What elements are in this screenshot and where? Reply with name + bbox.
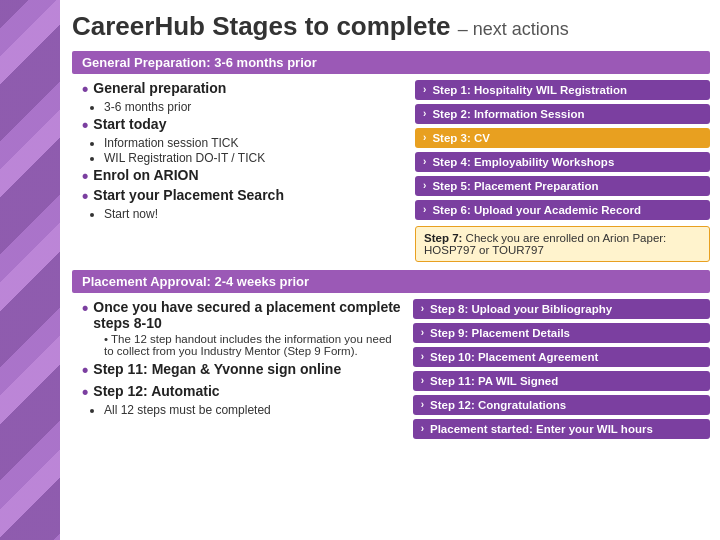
chevron-icon: › [423, 132, 426, 143]
sub-item: Start now! [104, 207, 398, 221]
decorative-diamonds [0, 0, 60, 540]
list-item: • General preparation 3-6 months prior [82, 80, 398, 114]
bullet-label: Start your Placement Search [93, 187, 284, 203]
chevron-icon: › [421, 327, 424, 338]
chevron-icon: › [423, 180, 426, 191]
list-item: • Step 12: Automatic All 12 steps must b… [82, 383, 401, 417]
bullet-label: Start today [93, 116, 166, 132]
bullet-label: General preparation [93, 80, 226, 96]
step4-button[interactable]: › Step 4: Employability Workshops [415, 152, 710, 172]
section1-left: • General preparation 3-6 months prior •… [72, 80, 403, 262]
step12-label: Step 12: Congratulations [430, 399, 566, 411]
step3-button[interactable]: › Step 3: CV [415, 128, 710, 148]
bullet-label: Step 12: Automatic [93, 383, 219, 399]
sub-item: WIL Registration DO-IT / TICK [104, 151, 398, 165]
step1-button[interactable]: › Step 1: Hospitality WIL Registration [415, 80, 710, 100]
chevron-icon: › [423, 204, 426, 215]
chevron-icon: › [423, 108, 426, 119]
section2-left: • Once you have secured a placement comp… [72, 299, 401, 439]
bullet-label: Step 11: Megan & Yvonne sign online [93, 361, 341, 377]
chevron-icon: › [423, 156, 426, 167]
section1-header: General Preparation: 3-6 months prior [72, 51, 710, 74]
sub-item: Information session TICK [104, 136, 398, 150]
step9-button[interactable]: › Step 9: Placement Details [413, 323, 710, 343]
indent-text: • The 12 step handout includes the infor… [104, 333, 401, 357]
step6-label: Step 6: Upload your Academic Record [432, 204, 641, 216]
chevron-icon: › [421, 303, 424, 314]
step7-note: Step 7: Check you are enrolled on Arion … [415, 226, 710, 262]
bullet-dot: • [82, 80, 88, 98]
step4-label: Step 4: Employability Workshops [432, 156, 614, 168]
step11-button[interactable]: › Step 11: PA WIL Signed [413, 371, 710, 391]
step2-button[interactable]: › Step 2: Information Session [415, 104, 710, 124]
step9-label: Step 9: Placement Details [430, 327, 570, 339]
chevron-icon: › [421, 423, 424, 434]
title-main: CareerHub Stages to complete [72, 11, 451, 41]
section2-right: › Step 8: Upload your Bibliography › Ste… [413, 299, 710, 439]
step1-label: Step 1: Hospitality WIL Registration [432, 84, 627, 96]
list-item: • Step 11: Megan & Yvonne sign online [82, 361, 401, 379]
title-subtitle: – next actions [458, 19, 569, 39]
bullet-dot: • [82, 361, 88, 379]
chevron-icon: › [421, 375, 424, 386]
step8-label: Step 8: Upload your Bibliography [430, 303, 612, 315]
step2-label: Step 2: Information Session [432, 108, 584, 120]
bullet-label: Once you have secured a placement comple… [93, 299, 400, 331]
page-title: CareerHub Stages to complete – next acti… [72, 12, 710, 41]
bullet-dot: • [82, 383, 88, 401]
sub-item: 3-6 months prior [104, 100, 398, 114]
bullet-dot: • [82, 299, 88, 317]
bullet-label: Enrol on ARION [93, 167, 198, 183]
step6-button[interactable]: › Step 6: Upload your Academic Record [415, 200, 710, 220]
section1-right: › Step 1: Hospitality WIL Registration ›… [415, 80, 710, 262]
sub-item: All 12 steps must be completed [104, 403, 401, 417]
step11-label: Step 11: PA WIL Signed [430, 375, 558, 387]
step12-button[interactable]: › Step 12: Congratulations [413, 395, 710, 415]
step5-label: Step 5: Placement Preparation [432, 180, 598, 192]
bullet-dot: • [82, 167, 88, 185]
list-item: • Once you have secured a placement comp… [82, 299, 401, 357]
list-item: • Start today Information session TICK W… [82, 116, 398, 165]
step8-button[interactable]: › Step 8: Upload your Bibliography [413, 299, 710, 319]
chevron-icon: › [421, 351, 424, 362]
bullet-dot: • [82, 187, 88, 205]
step5-button[interactable]: › Step 5: Placement Preparation [415, 176, 710, 196]
section2-header: Placement Approval: 2-4 weeks prior [72, 270, 710, 293]
placement-started-button[interactable]: › Placement started: Enter your WIL hour… [413, 419, 710, 439]
chevron-icon: › [421, 399, 424, 410]
step7-label: Step 7: [424, 232, 462, 244]
placement-started-label: Placement started: Enter your WIL hours [430, 423, 653, 435]
step3-label: Step 3: CV [432, 132, 490, 144]
list-item: • Start your Placement Search Start now! [82, 187, 398, 221]
list-item: • Enrol on ARION [82, 167, 398, 185]
step10-label: Step 10: Placement Agreement [430, 351, 598, 363]
bullet-dot: • [82, 116, 88, 134]
chevron-icon: › [423, 84, 426, 95]
step10-button[interactable]: › Step 10: Placement Agreement [413, 347, 710, 367]
